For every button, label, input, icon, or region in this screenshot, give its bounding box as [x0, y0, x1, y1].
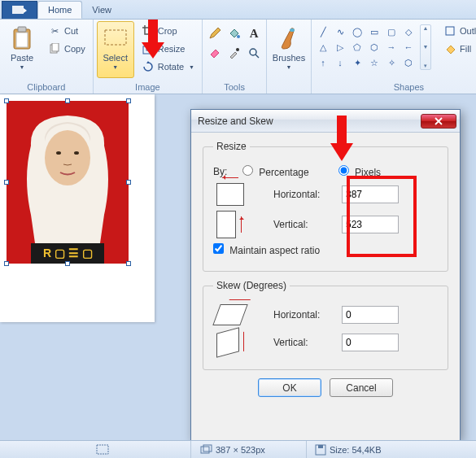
skew-v-icon — [216, 327, 239, 358]
vertical-label: Vertical: — [273, 219, 335, 230]
dialog-titlebar[interactable]: Resize and Skew — [191, 110, 460, 133]
skew-horizontal-input[interactable] — [342, 306, 399, 324]
svg-rect-14 — [446, 27, 454, 35]
select-label: Select — [103, 53, 128, 63]
crop-button[interactable]: Crop — [138, 23, 199, 39]
svg-text:R ▢ ☰ ▢: R ▢ ☰ ▢ — [43, 246, 93, 260]
resize-horizontal-input[interactable] — [342, 185, 399, 203]
rotate-label: Rotate — [158, 62, 184, 72]
svg-point-11 — [250, 49, 256, 55]
group-brushes: Brushes ▼ — [267, 20, 312, 94]
svg-rect-8 — [146, 44, 153, 50]
skew-horizontal-label: Horizontal: — [273, 309, 335, 321]
rotate-icon — [142, 60, 155, 73]
crop-label: Crop — [158, 26, 177, 36]
outline-icon — [443, 24, 456, 37]
canvas-paper: R ▢ ☰ ▢ — [0, 94, 155, 322]
percentage-radio[interactable]: Percentage — [242, 165, 309, 178]
maintain-aspect-checkbox[interactable]: Maintain aspect ratio — [213, 243, 320, 256]
group-clipboard: Paste ▼ ✂ Cut Copy Clipboard — [0, 20, 94, 94]
brushes-button[interactable]: Brushes ▼ — [270, 21, 308, 78]
crop-icon — [142, 24, 155, 37]
cut-button[interactable]: ✂ Cut — [44, 23, 90, 39]
pencil-tool[interactable] — [206, 24, 224, 42]
tab-view[interactable]: View — [82, 1, 121, 19]
cancel-button[interactable]: Cancel — [330, 378, 393, 397]
copy-icon — [48, 42, 61, 55]
svg-rect-0 — [12, 6, 24, 14]
dimensions-icon — [199, 444, 212, 456]
skew-legend: Skew (Degrees) — [213, 280, 290, 291]
skew-h-icon — [212, 304, 247, 325]
rotate-button[interactable]: Rotate ▼ — [138, 59, 199, 75]
ribbon: Paste ▼ ✂ Cut Copy Clipboard — [0, 20, 476, 94]
close-icon — [434, 117, 443, 125]
close-button[interactable] — [421, 114, 456, 129]
paste-label: Paste — [11, 53, 33, 63]
cut-label: Cut — [64, 26, 78, 36]
chevron-down-icon: ▼ — [112, 64, 118, 70]
resize-fieldset: Resize By: Percentage Pixels Horizontal:… — [203, 141, 448, 272]
svg-rect-25 — [203, 445, 212, 451]
svg-rect-27 — [318, 445, 323, 448]
magnifier-tool[interactable] — [245, 44, 263, 62]
svg-rect-24 — [201, 447, 209, 453]
paste-button[interactable]: Paste ▼ — [3, 21, 41, 78]
horizontal-label: Horizontal: — [273, 189, 335, 200]
group-image: Select ▼ Crop Resize — [94, 20, 203, 94]
selection-icon — [96, 444, 109, 456]
group-label-clipboard: Clipboard — [27, 81, 65, 94]
svg-rect-23 — [97, 445, 108, 454]
ribbon-tabstrip: Home View — [0, 0, 476, 20]
fill-tool[interactable] — [225, 24, 243, 42]
fill-label: Fill — [460, 44, 471, 54]
group-tools: A Tools — [203, 20, 267, 94]
skew-vertical-input[interactable] — [342, 334, 399, 351]
copy-button[interactable]: Copy — [44, 41, 90, 57]
resize-button[interactable]: Resize — [138, 41, 199, 57]
text-tool[interactable]: A — [245, 24, 263, 42]
fill-button[interactable]: Fill▼ — [439, 41, 476, 57]
group-label-shapes: Shapes — [394, 81, 424, 94]
chevron-down-icon: ▼ — [286, 64, 292, 70]
shapes-gallery[interactable]: ╱∿◯ ▭▢◇ △▷⬠ ⬡→← ↑↓✦ ☆✧⬡ — [315, 24, 417, 70]
outline-button[interactable]: Outline▼ — [439, 23, 476, 39]
vertical-icon — [216, 211, 236, 238]
resize-legend: Resize — [213, 141, 250, 152]
file-tab[interactable] — [2, 1, 37, 19]
ok-button[interactable]: OK — [258, 378, 321, 397]
svg-rect-6 — [105, 30, 126, 45]
fill-icon — [443, 42, 456, 55]
svg-rect-5 — [52, 43, 59, 51]
svg-line-12 — [255, 55, 259, 58]
outline-label: Outline — [460, 26, 476, 36]
resize-vertical-input[interactable] — [342, 216, 399, 233]
skew-fieldset: Skew (Degrees) Horizontal: Vertical: — [203, 280, 448, 370]
status-bar: 387 × 523px Size: 54,4KB — [0, 440, 476, 458]
scissors-icon: ✂ — [48, 24, 61, 37]
eraser-tool[interactable] — [206, 44, 224, 62]
clipboard-icon — [9, 25, 35, 51]
svg-point-9 — [237, 35, 240, 38]
svg-point-16 — [45, 130, 90, 185]
status-selection — [88, 441, 117, 458]
select-icon — [103, 25, 129, 51]
shapes-scroll[interactable]: ▲▼▾ — [420, 24, 431, 70]
tab-home[interactable]: Home — [37, 1, 82, 19]
picker-tool[interactable] — [225, 44, 243, 62]
svg-point-17 — [56, 151, 61, 155]
resize-skew-dialog: Resize and Skew Resize By: Percentage Pi… — [190, 109, 461, 441]
photo-selection[interactable]: R ▢ ☰ ▢ — [7, 101, 129, 264]
group-label-image: Image — [135, 81, 160, 94]
disk-icon — [315, 444, 326, 456]
brush-icon — [276, 25, 302, 51]
copy-label: Copy — [64, 44, 85, 54]
select-button[interactable]: Select ▼ — [97, 21, 134, 78]
resize-label: Resize — [158, 44, 186, 54]
svg-point-13 — [290, 28, 295, 32]
brushes-label: Brushes — [273, 53, 305, 63]
resize-icon — [142, 42, 155, 55]
pixels-radio[interactable]: Pixels — [338, 165, 381, 178]
svg-rect-2 — [16, 33, 28, 47]
svg-point-10 — [236, 48, 239, 51]
